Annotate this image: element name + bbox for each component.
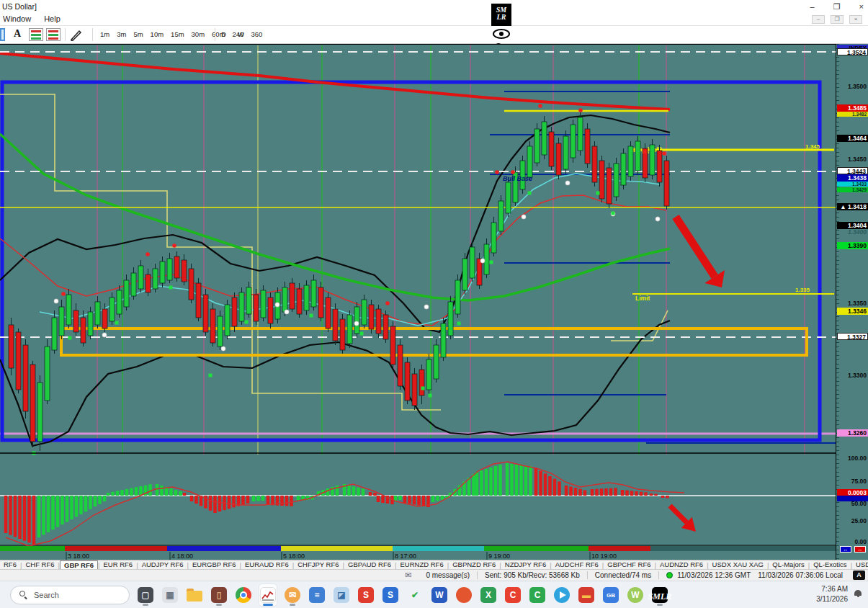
candle-body — [542, 122, 547, 155]
flame-icon[interactable] — [455, 584, 473, 606]
histogram-bar — [519, 465, 523, 496]
w-green-icon[interactable]: W — [627, 584, 644, 606]
histogram-bar — [228, 496, 231, 509]
price-chart-svg[interactable]: Stop (Sell)1.345Limit1.335Bull Base3 18:… — [0, 45, 836, 560]
tab-nzdjpy-rf6[interactable]: NZDJPY RF6 — [501, 560, 550, 569]
tab-gbp-rf6[interactable]: GBP RF6 — [60, 560, 98, 570]
c-green-icon[interactable]: C — [529, 584, 546, 606]
scale-nav-red-icon[interactable]: ↔ — [854, 546, 866, 553]
buy-signal-mark — [209, 374, 212, 377]
timeframe-5m[interactable]: 5m — [131, 28, 145, 40]
notes-icon[interactable]: ≡ — [308, 584, 326, 606]
menu-window[interactable]: Window — [3, 14, 31, 23]
scale-nav-blue-icon[interactable]: ↔ — [840, 546, 851, 553]
histogram-bar — [190, 496, 194, 501]
telegram-icon[interactable] — [553, 584, 571, 606]
histogram-bar — [666, 496, 669, 499]
timeframe-15m[interactable]: 15m — [169, 28, 186, 40]
chrome-icon[interactable] — [235, 584, 252, 606]
price-label: 1.3390 — [837, 242, 868, 249]
histogram-bar — [14, 496, 17, 537]
chart-app-icon[interactable] — [259, 584, 277, 606]
excel-icon[interactable]: X — [480, 584, 497, 606]
tab-gbpchf-rf6[interactable]: GBPCHF RF6 — [604, 560, 654, 569]
s-blue-icon[interactable]: S — [382, 584, 399, 606]
candle-body — [95, 302, 100, 325]
drawing-pen-icon[interactable] — [69, 28, 85, 41]
translate-icon[interactable]: GB — [602, 584, 619, 606]
timeframe-1m[interactable]: 1m — [98, 28, 112, 40]
tab-eurnzd-rf6[interactable]: EURNZD RF6 — [397, 560, 447, 569]
minimize-icon[interactable]: – — [810, 2, 815, 11]
calculator-icon[interactable]: ▦ — [161, 584, 179, 606]
close-icon[interactable]: × — [859, 2, 864, 11]
child-minimize-icon[interactable]: – — [812, 15, 825, 24]
candle-body — [203, 295, 208, 332]
buy-signal-mark — [169, 286, 173, 290]
instrument-tab-bar: RF6|CHF RF6|GBP RF6|EUR RF6|AUDJPY RF6|E… — [0, 560, 868, 569]
candle-body — [398, 345, 403, 386]
session-color-bar — [65, 546, 167, 551]
tab-eurgbp-rf6[interactable]: EURGBP RF6 — [189, 560, 240, 569]
histogram-bar — [218, 496, 222, 511]
taskbar-clock[interactable]: 7:36 AM 3/11/2026 — [816, 584, 848, 604]
candle-body — [189, 269, 194, 300]
tab-audchf-rf6[interactable]: AUDCHF RF6 — [552, 560, 602, 569]
quote-table-icon[interactable] — [29, 28, 43, 41]
quote-table-icon-2[interactable] — [46, 28, 61, 41]
redbox-icon[interactable]: ▬ — [578, 584, 595, 606]
tool-icon-partial[interactable] — [0, 28, 5, 41]
c-red-icon[interactable]: C — [504, 584, 522, 606]
chart-area[interactable]: Stop (Sell)1.345Limit1.335Bull Base3 18:… — [0, 44, 836, 560]
s-red-icon[interactable]: S — [357, 584, 375, 606]
period-D[interactable]: D — [219, 28, 228, 40]
timeframe-10m[interactable]: 10m — [148, 28, 166, 40]
candle-body — [657, 151, 662, 182]
tab-eur-rf6[interactable]: EUR RF6 — [100, 560, 137, 569]
tab-gbpaud-rf6[interactable]: GBPAUD RF6 — [344, 560, 395, 569]
mail-icon[interactable]: ✉ — [284, 584, 301, 606]
tab-chf-rf6[interactable]: CHF RF6 — [22, 560, 58, 569]
period-W[interactable]: W — [236, 28, 246, 40]
timeframe-360[interactable]: 360 — [249, 28, 264, 40]
smr-icon[interactable]: SMLR — [651, 584, 668, 606]
histogram-bar — [75, 496, 79, 517]
candle-body — [73, 310, 79, 332]
notification-bell-icon[interactable] — [854, 590, 862, 598]
histogram-bar — [61, 496, 64, 524]
tab-gbpnzd-rf6[interactable]: GBPNZD RF6 — [449, 560, 499, 569]
menu-help[interactable]: Help — [44, 14, 61, 23]
folder-icon[interactable] — [186, 584, 203, 606]
histogram-bar — [489, 468, 493, 496]
menu-items: Window Help — [3, 14, 61, 23]
timeframe-30m[interactable]: 30m — [189, 28, 207, 40]
tab-ql-exotics[interactable]: QL-Exotics — [810, 560, 850, 569]
gmt-time: 11/03/2026 12:36 GMT — [676, 571, 758, 579]
histogram-bar — [480, 470, 483, 496]
tab-euraud-rf6[interactable]: EURAUD RF6 — [241, 560, 292, 569]
check-icon[interactable]: ✔ — [406, 584, 424, 606]
restore-icon[interactable]: ❐ — [833, 2, 841, 12]
messages-envelope-icon[interactable]: ✉ — [398, 571, 419, 580]
tab-chfjpy-rf6[interactable]: CHFJPY RF6 — [294, 560, 342, 569]
text-tool-icon[interactable]: A — [10, 28, 24, 41]
tab-audjpy-rf6[interactable]: AUDJPY RF6 — [138, 560, 187, 569]
monitor-icon[interactable]: ▢ — [137, 584, 154, 606]
word-icon[interactable]: W — [431, 584, 448, 606]
price-scale[interactable]: INDEX 1.35241.35001.34851.34821.34641.34… — [836, 44, 868, 560]
tab-usdx-rf[interactable]: USDX RF — [852, 560, 868, 569]
taskbar-search[interactable]: Search — [10, 586, 130, 604]
message-count[interactable]: 0 message(s) — [419, 571, 477, 579]
child-close-icon[interactable]: × — [849, 15, 862, 24]
photos-icon[interactable]: ◪ — [333, 584, 350, 606]
trading-app-window: US Dollar] – ❐ × Window Help – ❐ × A 1m3… — [0, 0, 868, 608]
tab-rf6[interactable]: RF6 — [0, 560, 20, 569]
child-restore-icon[interactable]: ❐ — [831, 15, 844, 24]
timeframe-3m[interactable]: 3m — [115, 28, 128, 40]
jar-icon[interactable]: ▯ — [210, 584, 228, 606]
tab-ql-majors[interactable]: QL-Majors — [769, 560, 807, 569]
tab-usdx-xau-xag[interactable]: USDX XAU XAG — [709, 560, 767, 569]
tab-audnzd-rf6[interactable]: AUDNZD RF6 — [656, 560, 707, 569]
alert-log-icon[interactable]: A — [853, 571, 865, 580]
histogram-bar — [267, 496, 270, 505]
